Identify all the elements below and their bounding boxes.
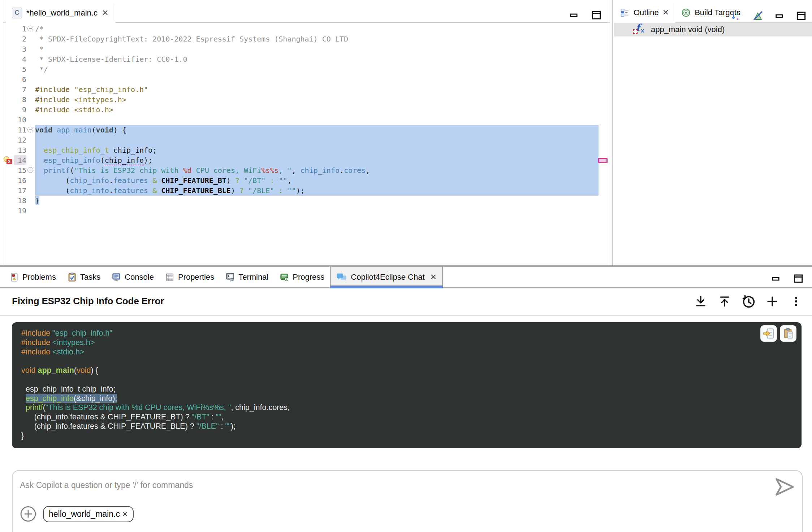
chat-session-title: Fixing ESP32 Chip Info Code Error (12, 296, 164, 307)
outline-item-app-main[interactable]: fx app_main void (void) (614, 23, 812, 36)
tab-label: Progress (293, 272, 324, 282)
close-icon[interactable]: ✕ (662, 9, 669, 17)
line-number: 1 (14, 24, 26, 34)
fold-collapse-icon[interactable]: − (27, 127, 33, 132)
upload-chat-button[interactable] (717, 294, 732, 309)
bottom-tab-bar: ProblemsTasksConsolePropertiesTerminalPr… (0, 267, 812, 288)
line-number: 2 (14, 34, 26, 44)
maximize-icon (591, 10, 602, 21)
tab-label: Properties (178, 272, 214, 282)
chat-code-line (21, 357, 758, 366)
history-button[interactable] (741, 294, 756, 309)
panel-divider[interactable] (612, 0, 613, 265)
send-icon (773, 475, 796, 498)
overflow-menu-button[interactable] (789, 294, 803, 309)
editor-line-8: 8#include <inttypes.h> (3, 95, 610, 105)
editor-line-9: 9#include <stdio.h> (3, 105, 610, 115)
new-chat-button[interactable] (765, 294, 779, 309)
tab-problems[interactable]: Problems (4, 267, 61, 287)
editor-line-6: 6 (3, 74, 610, 84)
filter-icon (752, 10, 764, 22)
minimize-icon (571, 14, 577, 17)
line-number: 14 (14, 155, 26, 165)
tab-label: Tasks (80, 272, 100, 282)
line-number: 16 (14, 175, 26, 186)
line-number: 15 (14, 165, 26, 175)
editor-tab-bar: C *hello_world_main.c ✕ (3, 3, 610, 23)
c-function-error-icon: fx (633, 23, 647, 36)
download-icon (694, 295, 708, 308)
maximize-button[interactable] (589, 8, 604, 22)
tab-console[interactable]: Console (106, 267, 159, 287)
chat-code-line: #include <stdio.h> (21, 348, 758, 357)
editor-line-11: 11−void app_main(void) { (3, 125, 610, 135)
filter-button[interactable] (751, 9, 765, 23)
chat-code-line (21, 375, 758, 385)
editor-line-7: 7#include "esp_chip_info.h" (3, 84, 610, 95)
sort-button[interactable]: az (729, 9, 743, 23)
tab-label: Terminal (238, 272, 268, 282)
editor-tab-hello-world-main[interactable]: C *hello_world_main.c ✕ (5, 3, 115, 23)
tab-copilot4eclipse-chat[interactable]: Copilot4Eclipse Chat✕ (330, 267, 443, 287)
error-marker-icon[interactable]: x (7, 159, 12, 164)
chat-code-line: (chip_info.features & CHIP_FEATURE_BLE) … (21, 422, 758, 431)
download-chat-button[interactable] (694, 294, 708, 309)
chat-code-line: void app_main(void) { (21, 366, 758, 375)
problems-icon (9, 272, 19, 282)
editor-line-10: 10 (3, 115, 610, 125)
line-number: 17 (14, 186, 26, 196)
line-number: 11 (14, 125, 26, 135)
tab-tasks[interactable]: Tasks (61, 267, 106, 287)
attachment-chip[interactable]: hello_world_main.c ✕ (43, 506, 134, 522)
minimize-button[interactable] (772, 9, 787, 23)
editor-code-area[interactable]: 1−/*2 * SPDX-FileCopyrightText: 2010-202… (3, 24, 610, 265)
close-icon[interactable]: ✕ (102, 9, 108, 17)
chat-code-line: esp_chip_info(&chip_info); (21, 394, 758, 404)
maximize-icon (793, 273, 804, 284)
outline-tab-bar: Outline ✕ Build Targets az (614, 3, 812, 23)
editor-region: C *hello_world_main.c ✕ 1−/*2 * SPDX-Fil… (3, 0, 610, 265)
maximize-button[interactable] (791, 271, 805, 286)
line-number: 12 (14, 135, 26, 145)
minimize-button[interactable] (769, 271, 783, 286)
editor-line-5: 5 */ (3, 64, 610, 74)
attachment-chip-label: hello_world_main.c (49, 509, 120, 519)
close-icon[interactable]: ✕ (122, 511, 128, 518)
insert-code-button[interactable] (760, 325, 777, 342)
minimize-button[interactable] (567, 8, 581, 22)
tab-label: Copilot4Eclipse Chat (351, 272, 424, 282)
tab-properties[interactable]: Properties (159, 267, 220, 287)
editor-line-12: 12 (3, 135, 610, 145)
send-message-button[interactable] (773, 475, 796, 498)
tab-outline[interactable]: Outline ✕ (614, 3, 675, 23)
chat-input-placeholder: Ask Copilot a question or type '/' for c… (20, 480, 193, 490)
editor-line-2: 2 * SPDX-FileCopyrightText: 2010-2022 Es… (3, 34, 610, 44)
sort-az-icon: az (731, 10, 742, 21)
editor-line-4: 4 * SPDX-License-Identifier: CC0-1.0 (3, 54, 610, 64)
history-icon (741, 294, 756, 309)
editor-line-17: 17 (chip_info.features & CHIP_FEATURE_BL… (3, 186, 610, 196)
close-icon[interactable]: ✕ (430, 273, 437, 281)
tab-label: Console (125, 272, 154, 282)
copy-code-button[interactable] (780, 325, 796, 342)
editor-line-3: 3 * (3, 44, 610, 54)
chat-input-box[interactable]: Ask Copilot a question or type '/' for c… (12, 470, 803, 532)
tab-progress[interactable]: Progress (274, 267, 330, 287)
fold-collapse-icon[interactable]: − (27, 167, 33, 173)
build-targets-icon (681, 8, 691, 18)
line-number: 3 (14, 44, 26, 54)
editor-line-16: 16 (chip_info.features & CHIP_FEATURE_BT… (3, 175, 610, 186)
outline-item-label: app_main void (void) (651, 25, 725, 34)
copy-clipboard-icon (782, 327, 794, 340)
tab-terminal[interactable]: Terminal (220, 267, 274, 287)
fold-collapse-icon[interactable]: − (27, 26, 33, 31)
maximize-button[interactable] (794, 9, 808, 23)
line-number: 4 (14, 54, 26, 64)
tasks-icon (67, 272, 77, 282)
kebab-menu-icon (790, 295, 802, 308)
chat-code-line: } (21, 431, 758, 441)
line-number: 6 (14, 74, 26, 84)
outline-view-icon (620, 8, 630, 18)
add-attachment-button[interactable] (20, 506, 36, 522)
chat-actions-toolbar (694, 294, 803, 309)
